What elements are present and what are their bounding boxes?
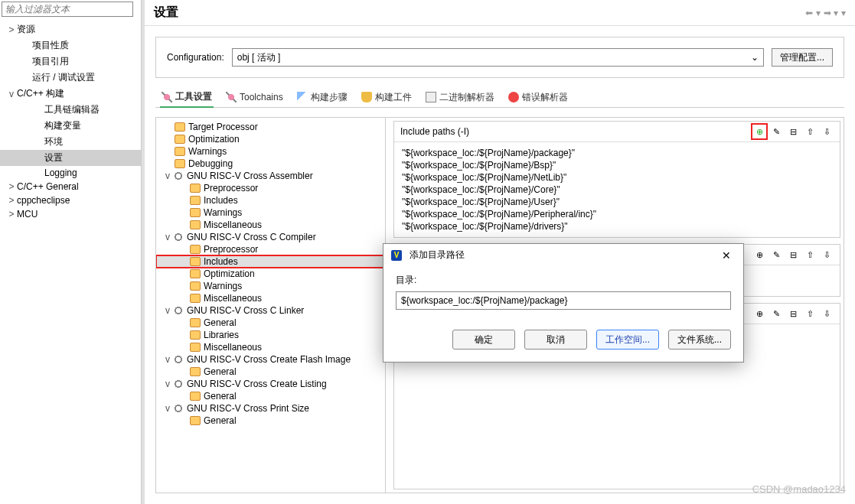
nav-item[interactable]: 工具链编辑器 [0,102,141,118]
tab[interactable]: 工具设置 [160,87,214,108]
add-file-button[interactable]: ⊕ [752,307,766,320]
folder-icon [190,257,201,266]
tool-item[interactable]: Debugging [156,158,385,170]
delete-file-button[interactable]: ⊟ [786,307,800,320]
path-item[interactable]: "${workspace_loc:/${ProjName}/NetLib}" [402,171,832,184]
nav-item[interactable]: 环境 [0,134,141,150]
folder-icon [190,269,201,278]
tool-item[interactable]: vGNU RISC-V Cross C Linker [156,304,385,317]
expander-icon: v [6,89,17,99]
path-item[interactable]: "${workspace_loc:/${ProjName}/Bsp}" [402,159,832,171]
nav-item[interactable]: >C/C++ General [0,180,141,193]
nav-label: 构建变量 [44,119,81,132]
delete-button[interactable]: ⊟ [786,248,800,262]
move-down-button[interactable]: ⇩ [820,307,834,320]
tab[interactable]: 构建工件 [360,87,413,107]
include-paths-list[interactable]: "${workspace_loc:/${ProjName}/package}""… [394,142,840,237]
nav-item[interactable]: Logging [0,166,141,180]
cancel-button[interactable]: 取消 [524,330,587,350]
gear-icon [173,403,184,414]
path-item[interactable]: "${workspace_loc:/${ProjName}/Core}" [402,184,832,196]
menu-icon[interactable]: ▾ [841,8,846,18]
filter-input[interactable] [2,2,133,17]
path-item[interactable]: "${workspace_loc:/${ProjName}/Peripheral… [402,208,832,220]
tool-item[interactable]: General [156,366,385,378]
tab-label: 错误解析器 [522,91,568,104]
path-item[interactable]: "${workspace_loc:/${ProjName}/User}" [402,196,832,208]
folder-icon [190,196,201,205]
forward-icon[interactable]: ➡ ▾ [824,8,838,18]
tool-item[interactable]: vGNU RISC-V Cross Assembler [156,170,385,182]
path-item[interactable]: "${workspace_loc:/${ProjName}/package}" [402,147,832,159]
add-button[interactable]: ⊕ [752,248,766,262]
move-down-button[interactable]: ⇩ [820,248,834,262]
page-title: 设置 [154,5,805,21]
add-path-button[interactable]: ⊕ [752,125,766,138]
tab[interactable]: Toolchains [224,87,285,107]
tool-item[interactable]: Includes [156,255,385,268]
nav-item[interactable]: 构建变量 [0,118,141,134]
tool-label: Includes [204,256,238,267]
tab-label: 二进制解析器 [439,91,494,104]
nav-item[interactable]: >MCU [0,207,141,221]
nav-item[interactable]: >资源 [0,21,141,37]
ic-binary-icon [426,92,436,102]
edit-button[interactable]: ✎ [769,248,783,262]
tool-item[interactable]: Libraries [156,329,385,341]
move-up-button[interactable]: ⇧ [803,125,817,138]
expander-icon: v [162,403,173,414]
tool-item[interactable]: Includes [156,194,385,206]
nav-item[interactable]: 项目性质 [0,37,141,54]
tool-label: Miscellaneous [204,293,262,304]
tab[interactable]: 构建步骤 [295,87,349,107]
tool-item[interactable]: vGNU RISC-V Cross Create Flash Image [156,353,385,366]
tab[interactable]: 错误解析器 [507,87,569,107]
tool-label: GNU RISC-V Cross Create Flash Image [187,354,351,365]
filesystem-button[interactable]: 文件系统... [668,330,731,350]
config-select[interactable]: obj [ 活动 ] ⌄ [232,48,764,67]
tool-label: Optimization [188,134,240,145]
edit-path-button[interactable]: ✎ [769,125,783,138]
folder-icon [190,184,201,193]
gear-icon [173,354,184,365]
tool-item[interactable]: Miscellaneous [156,292,385,304]
move-down-button[interactable]: ⇩ [820,125,834,138]
tool-item[interactable]: Preprocessor [156,243,385,255]
tool-item[interactable]: vGNU RISC-V Cross C Compiler [156,231,385,243]
edit-file-button[interactable]: ✎ [769,307,783,320]
tool-item[interactable]: Warnings [156,280,385,292]
ok-button[interactable]: 确定 [452,330,515,350]
tool-item[interactable]: Preprocessor [156,182,385,194]
tool-item[interactable]: Warnings [156,145,385,158]
move-up-button[interactable]: ⇧ [803,307,817,320]
nav-item[interactable]: 设置 [0,150,141,166]
tool-item[interactable]: General [156,317,385,329]
nav-item[interactable]: vC/C++ 构建 [0,86,141,102]
tool-item[interactable]: Miscellaneous [156,219,385,231]
tool-item[interactable]: Optimization [156,268,385,280]
tool-item[interactable]: Miscellaneous [156,341,385,353]
tool-label: Debugging [188,158,233,169]
tool-item[interactable]: vGNU RISC-V Cross Create Listing [156,378,385,390]
nav-item[interactable]: 项目引用 [0,54,141,70]
workspace-button[interactable]: 工作空间... [596,330,659,350]
directory-input[interactable] [396,291,731,310]
folder-icon [190,367,201,376]
path-item[interactable]: "${workspace_loc:/${ProjName}/drivers}" [402,220,832,232]
tab[interactable]: 二进制解析器 [424,87,496,107]
tool-item[interactable]: Target Processor [156,121,385,133]
manage-config-button[interactable]: 管理配置... [772,48,833,67]
tool-label: GNU RISC-V Cross Assembler [187,171,313,181]
tool-item[interactable]: General [156,390,385,402]
back-icon[interactable]: ⬅ ▾ [805,8,820,18]
tool-item[interactable]: Warnings [156,206,385,219]
tool-item[interactable]: General [156,415,385,427]
move-up-button[interactable]: ⇧ [803,248,817,262]
tool-item[interactable]: Optimization [156,133,385,145]
nav-item[interactable]: >cppcheclipse [0,193,141,207]
close-icon[interactable]: ✕ [717,249,736,262]
nav-item[interactable]: 运行 / 调试设置 [0,70,141,86]
tool-item[interactable]: vGNU RISC-V Cross Print Size [156,402,385,415]
section-toolbar: ⊕ ✎ ⊟ ⇧ ⇩ [752,307,834,320]
delete-path-button[interactable]: ⊟ [786,125,800,138]
